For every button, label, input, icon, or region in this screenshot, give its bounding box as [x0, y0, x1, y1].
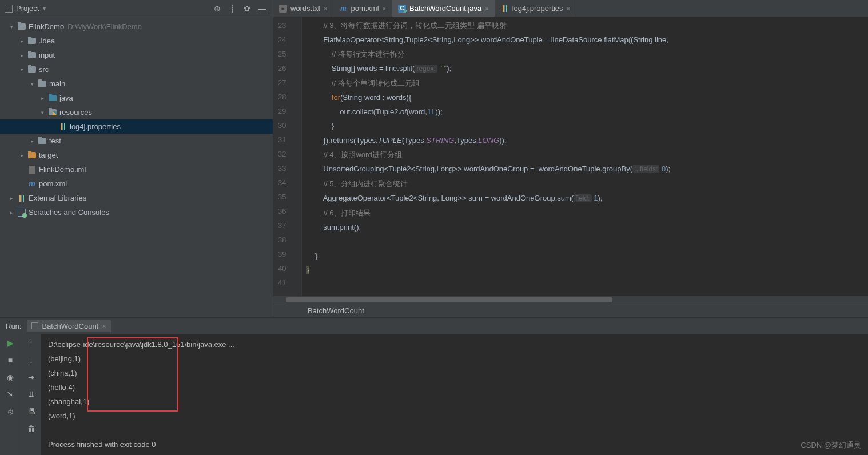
- watermark: CSDN @梦幻通灵: [801, 440, 861, 450]
- layout-icon[interactable]: ⇲: [5, 389, 16, 400]
- project-title[interactable]: Project: [16, 4, 39, 13]
- trash-icon[interactable]: 🗑: [26, 423, 37, 434]
- run-label: Run:: [6, 322, 21, 330]
- collapse-icon[interactable]: —: [256, 2, 268, 15]
- exit-icon[interactable]: ⎋: [5, 406, 16, 417]
- editor-tab[interactable]: mpom.xml×: [333, 0, 392, 17]
- line-gutter: 23242526272829303132333435363738394041: [273, 17, 294, 296]
- editor-tab[interactable]: ≡words.txt×: [273, 0, 333, 17]
- project-header: Project ▼ ⊕ ┊ ✿ —: [0, 0, 273, 17]
- scratch-icon: [17, 209, 26, 217]
- libs-icon: [17, 194, 26, 202]
- breadcrumb[interactable]: BatchWordCount: [273, 304, 868, 317]
- camera-icon[interactable]: ◉: [5, 372, 16, 383]
- chevron-down-icon[interactable]: ▼: [41, 5, 47, 11]
- project-tree[interactable]: ▾FlinkDemoD:\MyWork\FlinkDemo▸.idea▸inpu…: [0, 17, 273, 317]
- folder-icon: [27, 37, 37, 45]
- props-icon: [58, 123, 67, 131]
- code-editor[interactable]: 23242526272829303132333435363738394041 /…: [273, 17, 868, 296]
- tree-item[interactable]: mpom.xml: [0, 177, 273, 191]
- divider-icon: ┊: [226, 2, 238, 15]
- run-config-icon: [31, 322, 38, 329]
- down-icon[interactable]: ↓: [26, 354, 37, 366]
- run-panel: Run: BatchWordCount × ▶ ■ ◉ ⇲ ⎋ ↑ ↓ ⇥ ⇊ …: [0, 317, 868, 455]
- tree-item[interactable]: log4j.properties: [0, 119, 273, 134]
- tree-item[interactable]: FlinkDemo.iml: [0, 162, 273, 177]
- print-icon[interactable]: 🖶: [26, 406, 37, 417]
- close-icon[interactable]: ×: [567, 5, 570, 12]
- folder-blue-icon: [48, 94, 57, 102]
- project-icon: [5, 5, 13, 13]
- fold-column[interactable]: [294, 17, 302, 296]
- tree-item[interactable]: ▸java: [0, 91, 273, 105]
- close-icon[interactable]: ×: [383, 5, 386, 12]
- tree-item[interactable]: ▸target: [0, 148, 273, 162]
- m-icon: m: [27, 180, 37, 188]
- wrap-icon[interactable]: ⇥: [26, 372, 37, 383]
- run-tab[interactable]: BatchWordCount ×: [27, 320, 110, 332]
- editor-tab[interactable]: CBatchWordCount.java×: [392, 0, 495, 17]
- tree-item[interactable]: ▾FlinkDemoD:\MyWork\FlinkDemo: [0, 19, 273, 34]
- run-toolbar-2: ↑ ↓ ⇥ ⇊ 🖶 🗑: [21, 334, 41, 455]
- folder-icon: [27, 51, 37, 59]
- tree-item[interactable]: ▾main: [0, 77, 273, 91]
- rerun-icon[interactable]: ▶: [5, 337, 16, 349]
- locate-icon[interactable]: ⊕: [211, 2, 224, 15]
- run-header: Run: BatchWordCount ×: [0, 318, 868, 334]
- tree-item[interactable]: ▾src: [0, 62, 273, 77]
- tree-item[interactable]: ▸External Libraries: [0, 191, 273, 205]
- stop-icon[interactable]: ■: [5, 354, 16, 366]
- h-scrollbar[interactable]: [273, 296, 868, 304]
- run-tab-label: BatchWordCount: [42, 322, 98, 330]
- folder-res-icon: [48, 109, 57, 117]
- editor-tab[interactable]: log4j.properties×: [495, 0, 576, 17]
- gear-icon[interactable]: ✿: [241, 2, 253, 15]
- breadcrumb-item[interactable]: BatchWordCount: [308, 306, 364, 315]
- project-sidebar: Project ▼ ⊕ ┊ ✿ — ▾FlinkDemoD:\MyWork\Fl…: [0, 0, 273, 317]
- tree-item[interactable]: ▸input: [0, 48, 273, 62]
- up-icon[interactable]: ↑: [26, 337, 37, 349]
- tree-item[interactable]: ▾resources: [0, 105, 273, 119]
- close-icon[interactable]: ×: [324, 5, 327, 12]
- editor-tabs: ≡words.txt×mpom.xml×CBatchWordCount.java…: [273, 0, 868, 17]
- folder-orange-icon: [27, 151, 37, 159]
- tree-item[interactable]: ▸test: [0, 134, 273, 148]
- code-content[interactable]: // 3、将每行数据进行分词，转化成二元组类型 扁平映射 FlatMapOper…: [302, 17, 868, 296]
- tree-item[interactable]: ▸.idea: [0, 34, 273, 48]
- run-toolbar-left: ▶ ■ ◉ ⇲ ⎋: [0, 334, 21, 455]
- folder-icon: [38, 137, 47, 145]
- tree-item[interactable]: ▸Scratches and Consoles: [0, 205, 273, 219]
- iml-icon: [27, 166, 37, 174]
- folder-icon: [17, 23, 26, 31]
- close-icon[interactable]: ×: [485, 5, 488, 12]
- folder-icon: [38, 80, 47, 88]
- folder-icon: [27, 66, 37, 74]
- scroll-icon[interactable]: ⇊: [26, 389, 37, 400]
- close-icon[interactable]: ×: [102, 322, 106, 330]
- console-output[interactable]: D:\eclipse-ide\resource\java\jdk1.8.0_15…: [41, 334, 868, 455]
- editor-pane: ≡words.txt×mpom.xml×CBatchWordCount.java…: [273, 0, 868, 317]
